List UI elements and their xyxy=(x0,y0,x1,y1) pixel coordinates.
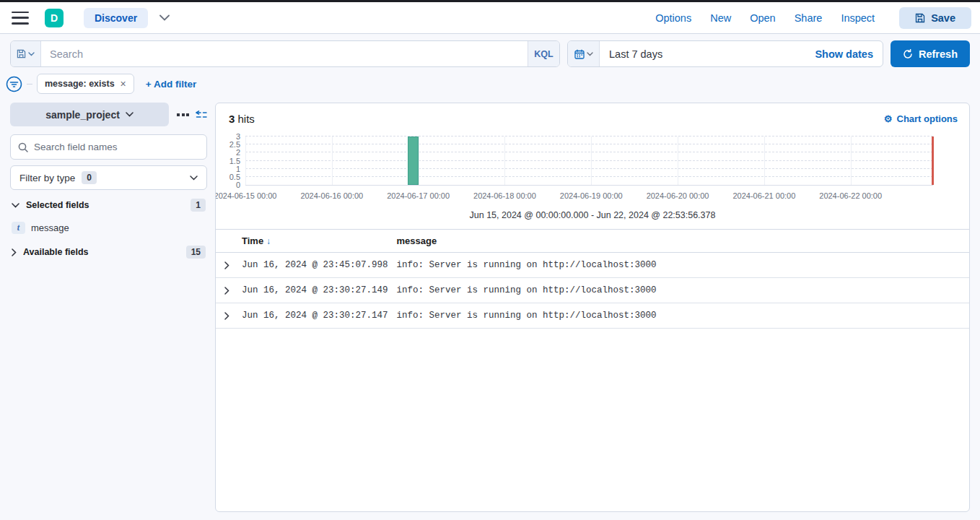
x-axis-tick-label: 2024-06-17 00:00 xyxy=(387,191,450,200)
table-body: Jun 16, 2024 @ 23:45:07.998info: Server … xyxy=(216,253,969,329)
show-dates-link[interactable]: Show dates xyxy=(815,41,883,66)
y-gridline xyxy=(245,160,933,161)
share-link[interactable]: Share xyxy=(795,12,823,24)
row-message-cell: info: Server is running on http://localh… xyxy=(393,303,969,329)
expand-row-icon[interactable] xyxy=(224,261,229,269)
y-axis-tick-label: 0.5 xyxy=(229,173,240,181)
refresh-icon xyxy=(903,49,913,59)
open-link[interactable]: Open xyxy=(750,12,775,24)
y-gridline xyxy=(245,168,933,169)
date-quick-menu-button[interactable] xyxy=(568,41,600,66)
field-settings-icon[interactable] xyxy=(177,113,189,116)
filter-pill-message-exists[interactable]: message: exists × xyxy=(37,74,134,94)
available-fields-count-badge: 15 xyxy=(186,246,206,259)
selected-fields-count-badge: 1 xyxy=(191,199,206,212)
row-message-cell: info: Server is running on http://localh… xyxy=(393,278,969,303)
time-range-value[interactable]: Last 7 days xyxy=(600,41,815,66)
filter-menu-icon[interactable] xyxy=(6,76,22,92)
chevron-down-icon xyxy=(12,203,19,208)
row-time-cell: Jun 16, 2024 @ 23:30:27.149 xyxy=(237,278,393,303)
query-bar: KQL Last 7 days Show dates Refresh xyxy=(0,34,980,72)
refresh-button[interactable]: Refresh xyxy=(891,40,970,67)
saved-query-menu-button[interactable] xyxy=(11,41,41,66)
x-axis-tick-label: 2024-06-15 00:00 xyxy=(215,191,276,200)
row-time-cell: Jun 16, 2024 @ 23:45:07.998 xyxy=(237,253,393,278)
x-gridline xyxy=(591,136,592,185)
x-gridline xyxy=(851,136,852,185)
y-gridline xyxy=(245,152,933,152)
row-message-cell: info: Server is running on http://localh… xyxy=(393,253,969,278)
x-axis-tick-label: 2024-06-18 00:00 xyxy=(473,191,536,200)
y-axis-tick-label: 3 xyxy=(236,132,240,141)
fields-sidebar: sample_project Filter by type 0 xyxy=(10,103,207,261)
app-header: D Discover Options New Open Share Inspec… xyxy=(0,2,980,34)
field-search-box xyxy=(10,134,207,160)
remove-filter-icon[interactable]: × xyxy=(121,78,126,90)
breadcrumb-chevron-down-icon[interactable] xyxy=(159,14,170,21)
expand-row-icon[interactable] xyxy=(224,312,229,320)
save-floppy-icon xyxy=(915,13,925,23)
app-logo[interactable]: D xyxy=(45,9,64,27)
filter-connector xyxy=(27,84,32,84)
expand-row-icon[interactable] xyxy=(224,287,229,295)
x-gridline xyxy=(419,136,419,185)
new-link[interactable]: New xyxy=(710,12,731,24)
table-row: Jun 16, 2024 @ 23:30:27.147info: Server … xyxy=(216,303,969,329)
field-item-message[interactable]: t message xyxy=(12,222,206,234)
save-button[interactable]: Save xyxy=(899,7,971,29)
chart-plot: 00.511.522.532024-06-15 00:002024-06-16 … xyxy=(245,136,933,186)
y-axis-tick-label: 2.5 xyxy=(229,140,240,149)
time-column-header[interactable]: Time↓ xyxy=(237,230,393,253)
kql-language-button[interactable]: KQL xyxy=(528,41,559,66)
y-gridline xyxy=(245,144,933,144)
y-axis-tick-label: 0 xyxy=(236,181,240,189)
x-gridline xyxy=(245,136,246,185)
available-fields-section[interactable]: Available fields 15 xyxy=(10,246,207,259)
histogram-bar[interactable] xyxy=(408,136,419,185)
filter-bar: message: exists × + Add filter xyxy=(0,72,980,101)
discover-main-panel: 3 hits ⚙ Chart options 00.511.522.532024… xyxy=(215,103,970,512)
add-filter-link[interactable]: + Add filter xyxy=(146,79,196,90)
documents-table: Time↓ message Jun 16, 2024 @ 23:45:07.99… xyxy=(216,229,969,329)
inspect-link[interactable]: Inspect xyxy=(841,12,875,24)
chevron-down-icon xyxy=(190,176,198,181)
breadcrumb-discover[interactable]: Discover xyxy=(84,8,148,28)
x-axis-tick-label: 2024-06-21 00:00 xyxy=(732,191,795,200)
hits-count: 3 hits xyxy=(229,113,255,125)
x-axis-tick-label: 2024-06-16 00:00 xyxy=(300,191,363,200)
x-gridline xyxy=(504,136,505,185)
y-axis-tick-label: 1.5 xyxy=(229,157,240,165)
histogram-chart: 00.511.522.532024-06-15 00:002024-06-16 … xyxy=(245,136,933,186)
saved-query-icon xyxy=(17,49,26,58)
search-group: KQL xyxy=(10,40,560,67)
table-header-row: Time↓ message xyxy=(216,230,969,253)
search-input[interactable] xyxy=(41,41,528,66)
chevron-down-icon xyxy=(587,52,593,56)
table-row: Jun 16, 2024 @ 23:45:07.998info: Server … xyxy=(216,253,969,278)
type-filter-count-badge: 0 xyxy=(82,171,97,184)
sort-descending-icon[interactable]: ↓ xyxy=(266,236,271,246)
x-axis-tick-label: 2024-06-19 00:00 xyxy=(560,191,623,200)
current-time-marker xyxy=(932,136,934,185)
chart-options-button[interactable]: ⚙ Chart options xyxy=(884,113,958,124)
field-search-input[interactable] xyxy=(34,142,199,152)
table-row: Jun 16, 2024 @ 23:30:27.149info: Server … xyxy=(216,278,969,303)
y-axis-tick-label: 1 xyxy=(236,165,240,173)
content: sample_project Filter by type 0 xyxy=(0,101,980,512)
message-column-header[interactable]: message xyxy=(393,230,969,253)
menu-hamburger-icon[interactable] xyxy=(12,12,29,25)
search-icon xyxy=(18,142,28,152)
options-link[interactable]: Options xyxy=(655,12,691,24)
index-pattern-selector[interactable]: sample_project xyxy=(10,103,169,126)
x-axis-tick-label: 2024-06-22 00:00 xyxy=(819,191,882,200)
y-gridline xyxy=(245,176,933,177)
x-axis-tick-label: 2024-06-20 00:00 xyxy=(647,191,709,200)
collapse-sidebar-icon[interactable] xyxy=(196,110,207,119)
selected-fields-section[interactable]: Selected fields 1 xyxy=(10,199,207,212)
x-gridline xyxy=(678,136,678,185)
gear-icon: ⚙ xyxy=(884,113,893,124)
chevron-down-icon xyxy=(28,52,35,56)
y-axis-tick-label: 2 xyxy=(236,148,240,157)
y-gridline xyxy=(245,136,933,136)
filter-by-type-dropdown[interactable]: Filter by type 0 xyxy=(10,165,207,190)
